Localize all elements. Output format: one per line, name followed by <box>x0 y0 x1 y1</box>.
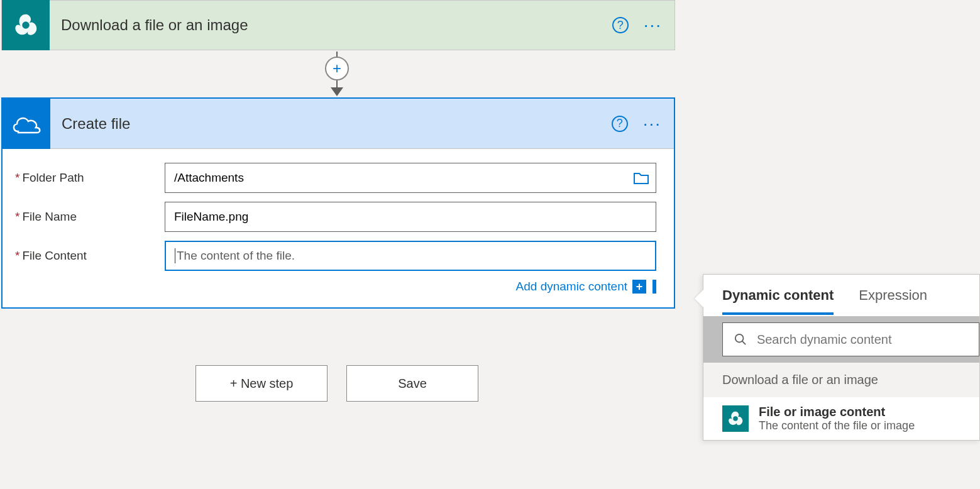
action-card-download[interactable]: Download a file or an image ? ··· <box>1 0 675 50</box>
add-step-plus-icon[interactable]: + <box>325 57 349 80</box>
svg-point-1 <box>735 334 744 343</box>
file-content-label: *File Content <box>15 249 165 263</box>
create-file-header[interactable]: Create file ? ··· <box>3 99 674 149</box>
file-name-label: *File Name <box>15 210 165 224</box>
more-icon[interactable]: ··· <box>643 115 661 133</box>
collapse-bar-icon[interactable] <box>652 280 656 294</box>
save-button[interactable]: Save <box>346 365 478 402</box>
file-name-input[interactable] <box>165 202 656 232</box>
dynamic-content-panel: Dynamic content Expression Download a fi… <box>703 274 980 441</box>
dynamic-search-input[interactable] <box>722 322 979 356</box>
help-icon[interactable]: ? <box>612 17 629 33</box>
search-icon <box>734 332 747 346</box>
folder-picker-icon[interactable] <box>633 171 649 185</box>
add-dynamic-plus-icon[interactable]: + <box>632 280 646 294</box>
dynamic-section-header: Download a file or an image <box>703 363 979 397</box>
arrow-down-icon <box>331 87 343 96</box>
svg-line-2 <box>742 341 746 344</box>
more-icon[interactable]: ··· <box>644 16 662 34</box>
onedrive-icon <box>3 99 50 149</box>
new-step-button[interactable]: + New step <box>195 365 328 402</box>
tab-expression[interactable]: Expression <box>859 287 927 315</box>
file-content-input[interactable]: The content of the file. <box>165 241 656 271</box>
create-file-title: Create file <box>50 115 612 133</box>
dynamic-item-file-content[interactable]: File or image content The content of the… <box>703 397 979 440</box>
help-icon[interactable]: ? <box>612 116 628 132</box>
folder-path-label: *Folder Path <box>15 171 165 185</box>
dynamic-item-subtitle: The content of the file or image <box>759 419 915 432</box>
action-card-create-file: Create file ? ··· *Folder Path <box>1 97 675 309</box>
dynamic-item-title: File or image content <box>759 405 915 419</box>
folder-path-input[interactable] <box>165 163 656 193</box>
download-card-title: Download a file or an image <box>50 16 612 34</box>
svg-point-0 <box>22 21 30 29</box>
add-dynamic-content-link[interactable]: Add dynamic content <box>516 280 627 294</box>
svg-point-3 <box>733 416 738 421</box>
dataverse-icon <box>2 0 50 50</box>
flow-connector: + <box>0 50 674 97</box>
dataverse-icon <box>722 405 749 432</box>
tab-dynamic-content[interactable]: Dynamic content <box>722 287 834 315</box>
